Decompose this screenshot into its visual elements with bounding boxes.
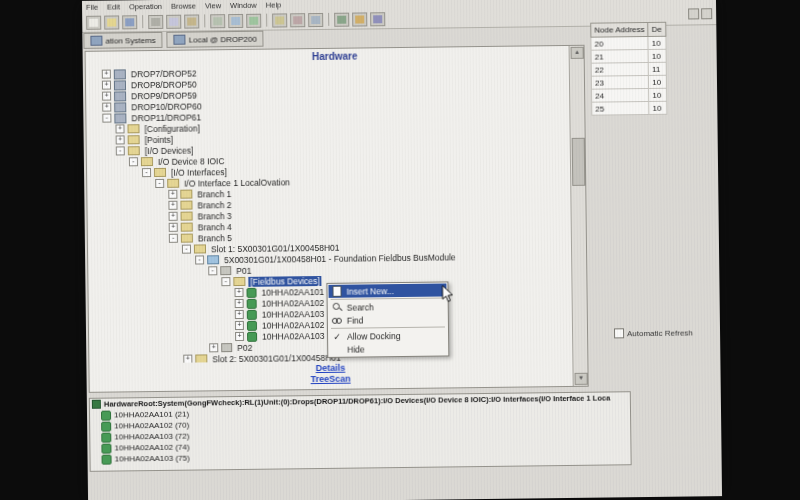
tree-item-label: P02 <box>235 342 254 352</box>
tree-vertical-scrollbar[interactable]: ▲ ▼ <box>569 46 588 386</box>
folder-icon <box>128 146 140 155</box>
tree-item-label: [Configuration] <box>142 123 201 134</box>
column-header[interactable]: Node Address <box>591 22 648 37</box>
context-menu-item-hide[interactable]: Hide <box>329 341 447 355</box>
up-level-icon[interactable] <box>272 13 287 27</box>
tree-item-label: Branch 1 <box>195 189 233 199</box>
scroll-down-icon[interactable]: ▼ <box>575 373 588 385</box>
cut-icon[interactable] <box>148 14 163 28</box>
folder-icon <box>181 234 193 243</box>
tree-item-label: DROP11/DROP61 <box>129 112 203 123</box>
expand-icon[interactable]: + <box>168 190 177 199</box>
menu-view[interactable]: View <box>205 1 221 10</box>
photo-frame: FileEditOperationBrowseViewWindowHelp at… <box>0 0 800 500</box>
folder-icon <box>195 354 207 363</box>
load-icon[interactable] <box>352 12 367 26</box>
menu-window[interactable]: Window <box>230 0 257 9</box>
tab-local-drop[interactable]: Local @ DROP200 <box>167 31 264 48</box>
menu-operation[interactable]: Operation <box>129 1 162 10</box>
collapse-icon[interactable]: - <box>182 245 191 254</box>
toolbar-separator <box>266 14 267 27</box>
device-icon <box>246 287 256 297</box>
context-menu-item-insert-new[interactable]: Insert New... <box>328 283 446 297</box>
table-row[interactable]: 2110 <box>591 49 666 63</box>
new-icon[interactable] <box>86 15 101 29</box>
collapse-icon[interactable]: - <box>102 114 111 123</box>
tree-item-label: I/O Device 8 IOIC <box>156 156 227 167</box>
table-row[interactable]: 2010 <box>591 36 666 50</box>
expand-icon[interactable]: + <box>234 288 243 297</box>
open-icon[interactable] <box>104 15 119 29</box>
collapse-icon[interactable]: - <box>129 157 138 166</box>
expand-icon[interactable]: + <box>168 201 177 210</box>
tab-local-drop-label: Local @ DROP200 <box>189 34 257 44</box>
column-header[interactable]: De <box>648 22 665 36</box>
device-icon <box>247 320 257 330</box>
copy-icon[interactable] <box>166 14 181 28</box>
search-icon <box>331 303 343 312</box>
table-row[interactable]: 2510 <box>592 101 667 115</box>
collapse-icon[interactable]: - <box>208 266 217 275</box>
expand-icon[interactable]: + <box>102 81 111 90</box>
collapse-icon[interactable]: - <box>169 234 178 243</box>
tree-item-label: [Points] <box>143 134 175 144</box>
expand-icon[interactable]: + <box>235 321 244 330</box>
expand-icon[interactable]: + <box>235 310 244 319</box>
insert-glyph <box>332 286 341 297</box>
expand-icon[interactable]: + <box>102 103 111 112</box>
expand-icon[interactable]: + <box>169 223 178 232</box>
tab-systems[interactable]: ation Systems <box>83 32 162 49</box>
help-icon[interactable] <box>370 12 385 26</box>
refresh-icon[interactable] <box>246 13 261 27</box>
tree-item-label: [I/O Devices] <box>143 145 196 156</box>
folder-icon <box>180 201 192 210</box>
collapse-icon[interactable]: - <box>195 255 204 264</box>
expand-icon[interactable]: + <box>102 70 111 79</box>
expand-icon[interactable]: + <box>169 212 178 221</box>
expand-icon[interactable]: + <box>116 135 125 144</box>
search-icon[interactable] <box>228 13 243 27</box>
auto-refresh-option: Automatic Refresh <box>614 327 693 338</box>
table-cell: 24 <box>592 88 649 102</box>
table-row[interactable]: 2310 <box>591 75 666 89</box>
table-row[interactable]: 2211 <box>591 62 666 76</box>
context-menu-label: Allow Docking <box>347 331 401 342</box>
print-icon[interactable] <box>210 14 225 28</box>
drop-icon <box>114 102 126 112</box>
list-view-icon[interactable] <box>308 12 323 26</box>
tree-item-label: [I/O Interfaces] <box>169 167 229 178</box>
folder-icon <box>181 223 193 232</box>
search-glyph <box>332 303 342 312</box>
properties-icon[interactable] <box>290 13 305 27</box>
table-row[interactable]: 2410 <box>592 88 667 102</box>
table-cell: 10 <box>648 49 665 62</box>
collapse-icon[interactable]: - <box>155 179 164 188</box>
expand-icon[interactable]: + <box>183 355 192 364</box>
table-cell: 21 <box>591 49 648 63</box>
automatic-refresh-checkbox[interactable] <box>614 328 624 338</box>
collapse-icon[interactable]: - <box>221 277 230 286</box>
menu-edit[interactable]: Edit <box>107 2 120 11</box>
expand-icon[interactable]: + <box>235 299 244 308</box>
table-cell: 20 <box>591 36 648 50</box>
menu-file[interactable]: File <box>86 2 98 11</box>
close-button[interactable] <box>701 8 712 19</box>
collapse-icon[interactable]: - <box>116 146 125 155</box>
expand-icon[interactable]: + <box>102 92 111 101</box>
expand-icon[interactable]: + <box>235 332 244 341</box>
scrollbar-thumb[interactable] <box>572 138 586 186</box>
device-icon <box>247 298 257 308</box>
context-menu-item-find[interactable]: Find <box>329 312 447 326</box>
hardware-root-icon <box>92 400 101 409</box>
minimize-button[interactable] <box>688 8 699 19</box>
menu-help[interactable]: Help <box>266 0 282 9</box>
collapse-icon[interactable]: - <box>142 168 151 177</box>
device-icon <box>101 410 111 420</box>
scroll-up-icon[interactable]: ▲ <box>571 47 584 59</box>
download-icon[interactable] <box>334 12 349 26</box>
expand-icon[interactable]: + <box>115 124 124 133</box>
save-icon[interactable] <box>122 15 137 29</box>
expand-icon[interactable]: + <box>209 343 218 352</box>
menu-browse[interactable]: Browse <box>171 1 196 10</box>
paste-icon[interactable] <box>184 14 199 28</box>
